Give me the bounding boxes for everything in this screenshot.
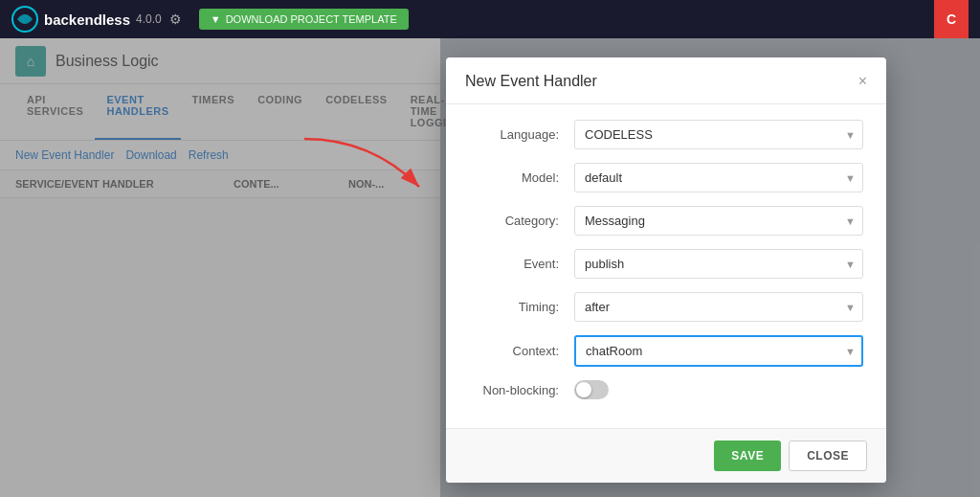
language-select[interactable]: CODELESS JS Java: [574, 120, 863, 149]
download-project-template-button[interactable]: ▼ DOWNLOAD PROJECT TEMPLATE: [199, 9, 409, 30]
brand-name: backendless: [44, 11, 130, 28]
model-field-row: Model: default ▼: [469, 163, 863, 192]
modal-close-x-button[interactable]: ×: [858, 73, 867, 90]
new-event-handler-modal: New Event Handler × Language: CODELESS J…: [446, 57, 886, 483]
language-field-row: Language: CODELESS JS Java ▼: [469, 120, 863, 149]
context-field-row: Context: chatRoom default ▼: [469, 335, 863, 367]
modal-footer: SAVE CLOSE: [446, 428, 886, 483]
user-avatar[interactable]: C: [934, 0, 969, 38]
main-content: ⌂ Business Logic API SERVICES EVENT HAND…: [0, 38, 980, 497]
context-label: Context:: [469, 344, 574, 358]
timing-control: after before ▼: [574, 292, 863, 322]
event-label: Event:: [469, 257, 574, 271]
download-icon: ▼: [211, 13, 221, 25]
language-control: CODELESS JS Java ▼: [574, 120, 863, 149]
event-select[interactable]: publish subscribe unsubscribe: [574, 249, 863, 279]
modal-title: New Event Handler: [465, 73, 597, 90]
category-label: Category:: [469, 214, 574, 228]
save-button[interactable]: SAVE: [714, 441, 781, 471]
top-bar: backendless 4.0.0 ⚙ ▼ DOWNLOAD PROJECT T…: [0, 0, 980, 38]
non-blocking-field-row: Non-blocking:: [469, 380, 863, 399]
version-badge: 4.0.0: [136, 12, 162, 26]
context-control: chatRoom default ▼: [574, 335, 863, 367]
event-control: publish subscribe unsubscribe ▼: [574, 249, 863, 279]
non-blocking-toggle[interactable]: [574, 380, 609, 399]
modal-body: Language: CODELESS JS Java ▼ Model: defa…: [446, 104, 886, 428]
model-control: default ▼: [574, 163, 863, 192]
timing-label: Timing:: [469, 300, 574, 314]
timing-select[interactable]: after before: [574, 292, 863, 322]
logo-area: backendless 4.0.0 ⚙: [11, 6, 182, 33]
non-blocking-control: [574, 380, 863, 399]
model-label: Model:: [469, 170, 574, 185]
context-select[interactable]: chatRoom default: [574, 335, 863, 367]
category-select[interactable]: Messaging Data Users Files: [574, 206, 863, 236]
download-btn-label: DOWNLOAD PROJECT TEMPLATE: [226, 13, 397, 25]
category-control: Messaging Data Users Files ▼: [574, 206, 863, 236]
close-button[interactable]: CLOSE: [789, 441, 867, 471]
language-label: Language:: [469, 127, 574, 142]
category-field-row: Category: Messaging Data Users Files ▼: [469, 206, 863, 236]
modal-header: New Event Handler ×: [446, 57, 886, 104]
non-blocking-label: Non-blocking:: [469, 383, 574, 397]
model-select[interactable]: default: [574, 163, 863, 192]
event-field-row: Event: publish subscribe unsubscribe ▼: [469, 249, 863, 279]
backendless-logo-icon: [11, 6, 38, 33]
timing-field-row: Timing: after before ▼: [469, 292, 863, 322]
settings-icon[interactable]: ⚙: [169, 11, 182, 27]
